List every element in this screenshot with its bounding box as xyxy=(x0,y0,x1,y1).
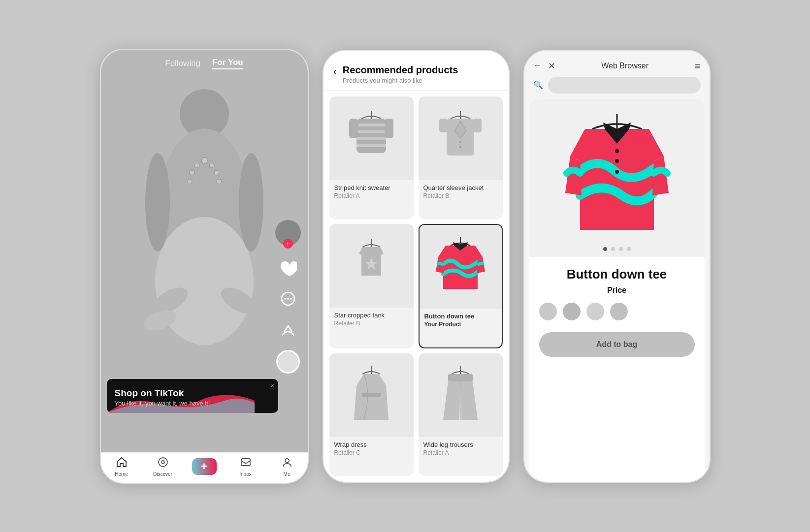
svg-point-18 xyxy=(290,298,292,300)
nav-discover-label: Discover xyxy=(153,471,172,477)
product-name-5: Wide leg trousers xyxy=(423,441,498,448)
product-retailer-0: Retailer A xyxy=(334,192,409,199)
browser-header: ← ✕ Web Browser ≡ xyxy=(524,51,710,77)
like-button[interactable] xyxy=(278,258,298,279)
products-subtitle: Products you might also like xyxy=(343,77,458,84)
tiktok-bottom-nav: Home Discover + xyxy=(101,452,308,483)
nav-me-label: Me xyxy=(284,471,291,477)
products-header: ‹ Recommended products Products you migh… xyxy=(324,51,509,91)
svg-point-35 xyxy=(459,141,461,143)
svg-point-20 xyxy=(162,461,164,464)
svg-point-48 xyxy=(615,170,619,174)
product-card-0[interactable]: Striped knit sweater Retailer A xyxy=(329,96,414,219)
product-card-2[interactable]: Star cropped tank Retailer B xyxy=(329,224,414,348)
product-detail-name: Button down tee xyxy=(539,267,695,282)
product-card-5[interactable]: Wide leg trousers Retailer A xyxy=(419,353,503,476)
nav-following[interactable]: Following xyxy=(165,59,200,68)
svg-rect-34 xyxy=(473,119,482,132)
carousel-dots xyxy=(603,247,631,251)
create-button[interactable]: + xyxy=(192,458,217,475)
svg-rect-28 xyxy=(356,144,386,147)
svg-point-11 xyxy=(239,153,263,251)
browser-back-button[interactable]: ← xyxy=(533,61,542,71)
svg-rect-41 xyxy=(361,393,381,397)
product-retailer-4: Retailer C xyxy=(334,449,409,456)
nav-discover[interactable]: Discover xyxy=(148,457,178,477)
product-retailer-3: Your Product xyxy=(424,321,497,328)
product-card-3[interactable]: Button down tee Your Product xyxy=(419,224,503,348)
product-img-5 xyxy=(419,353,503,437)
product-name-0: Striped knit sweater xyxy=(334,184,409,191)
right-sidebar: + xyxy=(275,220,301,374)
follow-button[interactable]: + xyxy=(283,239,293,249)
nav-me[interactable]: Me xyxy=(272,457,302,477)
product-card-4[interactable]: Wrap dress Retailer C xyxy=(329,353,414,476)
svg-point-22 xyxy=(285,459,289,463)
svg-rect-27 xyxy=(356,137,386,140)
product-info-5: Wide leg trousers Retailer A xyxy=(419,437,503,461)
home-icon xyxy=(116,457,127,470)
discover-icon xyxy=(158,457,168,470)
shop-banner-content: Shop on TikTok You like it, you want it,… xyxy=(107,379,278,413)
swatch-1[interactable] xyxy=(563,303,581,320)
nav-inbox-label: Inbox xyxy=(239,471,251,477)
shop-banner: × Shop on TikTok You like it, you want i… xyxy=(107,379,278,413)
browser-menu-button[interactable]: ≡ xyxy=(695,61,701,72)
dot-0 xyxy=(603,247,607,251)
browser-address-bar: 🔍 xyxy=(524,77,710,99)
back-button[interactable]: ‹ xyxy=(333,65,337,78)
avatar-container: + xyxy=(275,220,301,246)
phone1-container: Following For You xyxy=(101,50,308,483)
svg-rect-26 xyxy=(356,130,386,133)
phone3-shell: ← ✕ Web Browser ≡ 🔍 xyxy=(523,50,711,483)
nav-home[interactable]: Home xyxy=(107,457,136,477)
product-img-0 xyxy=(329,96,414,180)
svg-rect-30 xyxy=(385,119,393,138)
swatch-2[interactable] xyxy=(586,303,604,320)
browser-content: Button down tee Price Add to bag xyxy=(529,99,705,482)
nav-foryou[interactable]: For You xyxy=(212,58,243,69)
dot-2 xyxy=(619,247,623,251)
browser-controls: ← ✕ xyxy=(533,61,555,71)
feed-content: Following For You xyxy=(101,50,308,452)
header-text: Recommended products Products you might … xyxy=(343,64,458,84)
svg-point-16 xyxy=(284,298,286,300)
product-img-3 xyxy=(420,225,502,309)
product-detail-image xyxy=(529,99,705,257)
nav-inbox[interactable]: Inbox xyxy=(231,457,260,477)
share-button[interactable] xyxy=(278,319,298,340)
product-detail-info: Button down tee Price Add to bag xyxy=(529,257,705,482)
browser-close-button[interactable]: ✕ xyxy=(548,61,555,71)
swatch-3[interactable] xyxy=(610,303,628,320)
svg-rect-43 xyxy=(448,374,473,381)
svg-rect-29 xyxy=(349,119,358,138)
svg-rect-21 xyxy=(241,459,250,466)
shop-banner-subtitle: You like it, you want it, we have it! xyxy=(115,400,270,407)
nav-create[interactable]: + xyxy=(190,458,219,475)
products-grid: Striped knit sweater Retailer A xyxy=(324,91,509,482)
dot-1 xyxy=(611,247,615,251)
add-to-bag-button[interactable]: Add to bag xyxy=(539,332,695,357)
phone2-shell: ‹ Recommended products Products you migh… xyxy=(323,50,510,483)
product-name-1: Quarter sleeve jacket xyxy=(423,184,498,191)
svg-point-47 xyxy=(615,159,619,163)
svg-point-46 xyxy=(615,149,619,153)
svg-point-5 xyxy=(190,170,194,175)
product-card-1[interactable]: Quarter sleeve jacket Retailer B xyxy=(419,96,503,219)
product-retailer-2: Retailer B xyxy=(334,320,409,327)
swatch-0[interactable] xyxy=(539,303,557,320)
inbox-icon xyxy=(240,457,251,470)
product-name-3: Button down tee xyxy=(424,313,497,320)
svg-point-6 xyxy=(214,170,219,175)
svg-rect-33 xyxy=(439,119,448,132)
svg-point-17 xyxy=(287,298,289,300)
product-info-4: Wrap dress Retailer C xyxy=(329,437,414,461)
svg-point-4 xyxy=(209,163,214,168)
product-info-1: Quarter sleeve jacket Retailer B xyxy=(419,180,503,204)
product-info-3: Button down tee Your Product xyxy=(420,309,502,333)
svg-point-10 xyxy=(145,153,170,251)
comment-button[interactable] xyxy=(278,289,298,310)
product-img-4 xyxy=(329,353,414,437)
browser-url-input[interactable] xyxy=(548,77,701,94)
phone1-shell: Following For You xyxy=(100,49,309,484)
